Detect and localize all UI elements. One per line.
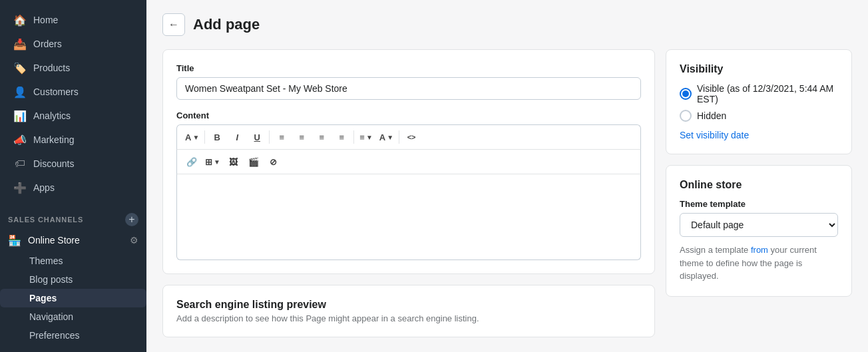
sidebar-sub-item-blog-posts[interactable]: Blog posts xyxy=(0,270,146,289)
align-label: ≡ xyxy=(359,132,365,142)
video-button[interactable]: 🎬 xyxy=(244,152,263,171)
font-size-chevron-icon: ▼ xyxy=(192,134,199,141)
sidebar-item-online-store[interactable]: 🏪 Online Store ⚙ xyxy=(0,229,146,252)
analytics-icon: 📊 xyxy=(13,109,27,122)
online-store-settings-icon[interactable]: ⚙ xyxy=(130,235,138,246)
align-dropdown[interactable]: ≡ ▼ xyxy=(357,131,375,144)
sidebar-item-home-label: Home xyxy=(33,15,58,25)
online-store-card: Online store Theme template Default page… xyxy=(666,165,852,297)
products-icon: 🏷️ xyxy=(13,61,27,75)
from-link[interactable]: from xyxy=(751,245,768,255)
visible-label: Visible (as of 12/3/2021, 5:44 AM EST) xyxy=(697,83,838,104)
title-content-card: Title Content A ▼ B I U ≡ ≡ ≡ ≡ xyxy=(162,49,655,274)
text-color-chevron-icon: ▼ xyxy=(387,134,393,141)
visibility-card: Visibility Visible (as of 12/3/2021, 5:4… xyxy=(666,49,852,154)
toolbar-divider-3 xyxy=(353,130,354,144)
visible-option[interactable]: Visible (as of 12/3/2021, 5:44 AM EST) xyxy=(680,83,838,104)
editor-toolbar-2: 🔗 ⊞ ▼ 🖼 🎬 ⊘ xyxy=(176,149,641,174)
hidden-label: Hidden xyxy=(697,110,726,121)
sidebar-item-home[interactable]: 🏠 Home xyxy=(5,8,141,32)
sidebar-sub-item-pages[interactable]: Pages xyxy=(0,289,146,307)
online-store-card-title: Online store xyxy=(680,179,838,191)
sidebar-item-apps-label: Apps xyxy=(33,182,55,193)
sidebar-item-marketing[interactable]: 📣 Marketing xyxy=(5,128,141,152)
visible-radio[interactable] xyxy=(680,88,692,100)
sidebar-item-products-label: Products xyxy=(33,63,70,73)
content-label: Content xyxy=(176,110,641,120)
underline-button[interactable]: U xyxy=(248,128,266,146)
source-code-button[interactable]: <> xyxy=(402,128,421,146)
sidebar-item-orders-label: Orders xyxy=(33,39,62,49)
toolbar-divider-1 xyxy=(204,130,205,144)
sidebar-item-discounts-label: Discounts xyxy=(33,158,74,169)
visibility-title: Visibility xyxy=(680,63,838,75)
link-button[interactable]: 🔗 xyxy=(182,152,201,171)
align-chevron-icon: ▼ xyxy=(366,134,373,141)
page-title: Add page xyxy=(193,16,260,33)
toolbar-divider-4 xyxy=(399,130,399,144)
unordered-list-button[interactable]: ≡ xyxy=(272,128,291,146)
sidebar-sub-item-themes[interactable]: Themes xyxy=(0,252,146,270)
sales-channels-header: SALES CHANNELS + xyxy=(0,205,146,229)
sidebar-item-customers[interactable]: 👤 Customers xyxy=(5,80,141,104)
indent-decrease-button[interactable]: ≡ xyxy=(312,128,331,146)
sidebar-sub-item-navigation[interactable]: Navigation xyxy=(0,307,146,326)
page-header: ← Add page xyxy=(162,13,852,36)
back-button[interactable]: ← xyxy=(162,13,185,36)
sidebar-sub-item-preferences[interactable]: Preferences xyxy=(0,326,146,345)
seo-description: Add a description to see how this Page m… xyxy=(176,313,641,323)
indent-increase-button[interactable]: ≡ xyxy=(332,128,351,146)
online-store-label: Online Store xyxy=(28,235,80,246)
set-visibility-date-link[interactable]: Set visibility date xyxy=(680,130,749,140)
content-area: Title Content A ▼ B I U ≡ ≡ ≡ ≡ xyxy=(162,49,852,339)
orders-icon: 📥 xyxy=(13,37,27,51)
text-color-label: A xyxy=(379,132,385,142)
back-arrow-icon: ← xyxy=(168,19,179,31)
main-content: ← Add page Title Content A ▼ B I U xyxy=(146,0,868,352)
discounts-icon: 🏷 xyxy=(13,157,27,170)
sidebar-item-products[interactable]: 🏷️ Products xyxy=(5,56,141,80)
sidebar-item-marketing-label: Marketing xyxy=(33,134,74,145)
home-icon: 🏠 xyxy=(13,13,27,27)
editor-body[interactable] xyxy=(176,174,641,260)
table-icon: ⊞ xyxy=(205,157,212,167)
title-label: Title xyxy=(176,63,641,73)
assign-template-text: Assign a template from your current them… xyxy=(680,244,838,283)
sidebar-item-orders[interactable]: 📥 Orders xyxy=(5,32,141,56)
sidebar-item-analytics-label: Analytics xyxy=(33,110,71,121)
clear-button[interactable]: ⊘ xyxy=(264,152,283,171)
theme-template-select[interactable]: Default page contact faq password xyxy=(680,213,838,237)
text-color-dropdown[interactable]: A ▼ xyxy=(377,131,396,144)
sidebar: 🏠 Home 📥 Orders 🏷️ Products 👤 Customers … xyxy=(0,0,146,352)
sidebar-item-discounts[interactable]: 🏷 Discounts xyxy=(5,152,141,176)
seo-card: Search engine listing preview Add a desc… xyxy=(162,285,655,337)
theme-template-label: Theme template xyxy=(680,199,838,209)
seo-title: Search engine listing preview xyxy=(176,299,641,311)
hidden-option[interactable]: Hidden xyxy=(680,110,838,122)
font-size-label: A xyxy=(185,132,191,142)
marketing-icon: 📣 xyxy=(13,133,27,146)
toolbar-divider-2 xyxy=(269,130,270,144)
table-chevron-icon: ▼ xyxy=(214,158,220,166)
sidebar-item-apps[interactable]: ➕ Apps xyxy=(5,176,141,200)
apps-icon: ➕ xyxy=(13,181,27,194)
sidebar-item-analytics[interactable]: 📊 Analytics xyxy=(5,104,141,128)
title-input[interactable] xyxy=(176,77,641,100)
online-store-icon: 🏪 xyxy=(8,234,21,247)
image-button[interactable]: 🖼 xyxy=(224,152,243,171)
table-dropdown[interactable]: ⊞ ▼ xyxy=(202,156,223,168)
add-sales-channel-button[interactable]: + xyxy=(125,213,138,226)
italic-button[interactable]: I xyxy=(228,128,246,146)
right-column: Visibility Visible (as of 12/3/2021, 5:4… xyxy=(666,49,852,339)
main-column: Title Content A ▼ B I U ≡ ≡ ≡ ≡ xyxy=(162,49,655,339)
font-size-dropdown[interactable]: A ▼ xyxy=(182,131,202,144)
customers-icon: 👤 xyxy=(13,85,27,98)
sidebar-item-customers-label: Customers xyxy=(33,87,79,97)
hidden-radio[interactable] xyxy=(680,110,692,122)
editor-toolbar: A ▼ B I U ≡ ≡ ≡ ≡ ≡ ▼ xyxy=(176,124,641,149)
ordered-list-button[interactable]: ≡ xyxy=(292,128,311,146)
bold-button[interactable]: B xyxy=(208,128,226,146)
